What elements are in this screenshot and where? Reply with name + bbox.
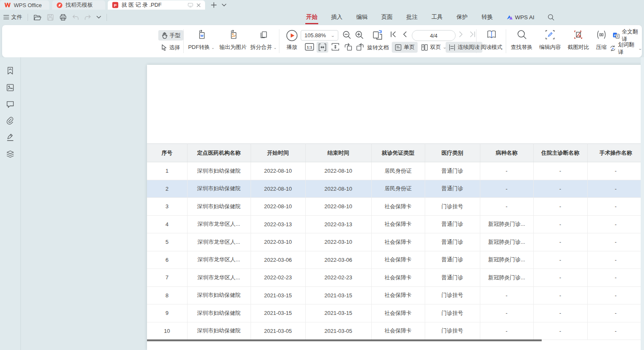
tab-docer-templates[interactable]: 找稻壳模板 (52, 0, 105, 10)
layers-icon[interactable] (6, 150, 14, 158)
table-cell: 深圳市龙华区人... (187, 215, 251, 233)
zoom-level-value: 105.88% (304, 32, 326, 38)
table-cell: 2021-03-15 (305, 286, 371, 304)
table-cell: - (533, 198, 587, 216)
table-cell: 社会保障卡 (371, 322, 425, 340)
split-merge-button[interactable]: 拆分合并 ⌄ (248, 28, 279, 54)
table-row[interactable]: 8深圳市妇幼保健院2021-03-152021-03-15社会保障卡门诊挂号--… (147, 286, 644, 304)
read-mode-label: 阅读模式 (481, 43, 502, 51)
read-mode-button[interactable]: 阅读模式 (479, 28, 505, 54)
table-row[interactable]: 1深圳市妇幼保健院2022-08-102022-08-10居民身份证普通门诊--… (147, 162, 644, 180)
pdf-convert-button[interactable]: W PDF转换 ⌄ (186, 28, 216, 54)
menu-start[interactable]: 开始 (305, 12, 318, 22)
table-row[interactable]: 9深圳市妇幼保健院2021-03-152021-03-15社会保障卡门诊挂号--… (147, 304, 644, 322)
actual-size-button[interactable]: 1:1 (305, 43, 314, 51)
split-merge-icon (259, 30, 269, 40)
menu-annotate[interactable]: 批注 (406, 12, 418, 22)
table-cell: - (533, 304, 587, 322)
last-page-button[interactable] (469, 31, 476, 38)
table-cell: - (533, 162, 587, 180)
edit-content-icon (545, 30, 555, 40)
undo-icon[interactable] (72, 14, 79, 20)
search-icon[interactable] (548, 14, 554, 20)
word-translate-button[interactable]: A 划词翻译 ⌄ (610, 43, 642, 54)
screenshot-compare-button[interactable]: 截图对比 (565, 28, 592, 54)
bookmark-icon[interactable] (6, 66, 14, 75)
continuous-read-button[interactable]: 连续阅读 (446, 42, 482, 53)
tab-wps-home[interactable]: WPS Office (0, 0, 49, 10)
export-image-label: 输出为图片 (220, 43, 247, 51)
print-icon[interactable] (59, 14, 67, 21)
table-cell: - (533, 251, 587, 269)
select-tool-button[interactable]: 选择 (158, 42, 183, 53)
split-merge-label: 拆分合并 ⌄ (250, 43, 276, 51)
svg-text:1:1: 1:1 (307, 45, 312, 49)
file-menu-button[interactable]: 文件 (3, 13, 22, 21)
find-replace-button[interactable]: 查找替换 (508, 28, 535, 54)
table-row[interactable]: 5深圳市龙华区人...2022-03-102022-03-10社会保障卡普通门诊… (147, 233, 644, 251)
tab-document-pdf[interactable]: P 就 医 记 录 .PDF (108, 0, 205, 10)
attachment-icon[interactable] (6, 117, 14, 125)
monitor-icon[interactable] (188, 3, 193, 8)
zoom-out-button[interactable] (342, 31, 351, 39)
vertical-scrollbar-track[interactable] (641, 57, 644, 350)
refresh-pages-button[interactable] (371, 29, 384, 41)
fit-page-button[interactable] (331, 43, 340, 51)
hand-tool-button[interactable]: 手型 (158, 30, 183, 41)
zoom-in-button[interactable] (355, 31, 364, 39)
table-cell: 居民身份证 (371, 162, 425, 180)
open-file-icon[interactable] (33, 14, 41, 21)
zoom-level-dropdown[interactable]: 105.88% ⌄ (301, 30, 338, 41)
menu-page[interactable]: 页面 (380, 12, 393, 22)
menu-wps-ai[interactable]: WPS AI (506, 13, 535, 22)
rotate-right-icon (356, 43, 365, 51)
table-cell: 2022-03-06 (251, 251, 305, 269)
menu-protect[interactable]: 保护 (456, 12, 469, 22)
compress-button[interactable]: 压缩 (592, 28, 611, 54)
rotate-right-button[interactable] (356, 43, 365, 51)
fit-width-button[interactable] (317, 42, 328, 53)
menu-tools[interactable]: 工具 (431, 12, 444, 22)
page-number-input[interactable]: 4/4 (412, 30, 456, 41)
double-page-icon (421, 44, 428, 51)
rotate-left-button[interactable] (344, 43, 352, 51)
play-button[interactable]: 播放 (282, 28, 302, 54)
table-row[interactable]: 6深圳市龙华区人...2022-03-062022-03-06社会保障卡普通门诊… (147, 251, 644, 269)
previous-page-button[interactable] (402, 31, 407, 38)
single-page-icon (395, 44, 402, 51)
quickbar-more-chevron-icon[interactable] (96, 15, 101, 19)
export-image-button[interactable]: 输出为图片 (216, 28, 250, 54)
table-cell: 4 (147, 215, 187, 233)
full-translate-button[interactable]: A文 全文翻译 (613, 30, 642, 41)
double-page-button[interactable]: 双页 ⌄ (418, 42, 449, 53)
first-page-button[interactable] (390, 31, 396, 38)
table-cell: 社会保障卡 (371, 251, 425, 269)
redo-icon[interactable] (84, 14, 91, 20)
table-row[interactable]: 3深圳市妇幼保健院2022-08-102022-08-10社会保障卡门诊挂号--… (147, 198, 644, 216)
refresh-pages-icon (371, 29, 384, 41)
save-icon[interactable] (47, 14, 54, 21)
table-cell: - (533, 233, 587, 251)
single-page-button[interactable]: 单页 (392, 42, 418, 53)
table-row[interactable]: 10深圳市妇幼保健院2021-03-052021-03-05社会保障卡门诊挂号-… (147, 322, 644, 340)
table-row[interactable]: 4深圳市龙华区人...2022-03-132022-03-13社会保障卡普通门诊… (147, 215, 644, 233)
table-row[interactable]: 2深圳市妇幼保健院2022-08-102022-08-10居民身份证普通门诊--… (147, 180, 644, 198)
comment-icon[interactable] (6, 100, 14, 108)
menu-edit[interactable]: 编辑 (355, 12, 368, 22)
table-cell: - (480, 180, 533, 198)
fit-width-icon (318, 43, 327, 51)
menu-insert[interactable]: 插入 (330, 12, 343, 22)
new-tab-icon[interactable] (211, 2, 217, 8)
next-page-button[interactable] (459, 31, 464, 38)
find-replace-icon (517, 30, 527, 39)
signature-icon[interactable] (6, 133, 14, 141)
thumbnail-icon[interactable] (6, 84, 14, 92)
pdf-convert-label: PDF转换 ⌄ (188, 43, 214, 51)
table-cell: - (480, 304, 533, 322)
edit-content-button[interactable]: 编辑内容 (537, 28, 563, 54)
menu-convert[interactable]: 转换 (481, 12, 494, 22)
table-row[interactable]: 7深圳市龙华区人...2022-02-232022-02-23社会保障卡普通门诊… (147, 269, 644, 287)
tab-list-chevron-icon[interactable] (222, 3, 226, 7)
close-tab-icon[interactable] (196, 3, 201, 8)
single-page-label: 单页 (404, 43, 415, 51)
